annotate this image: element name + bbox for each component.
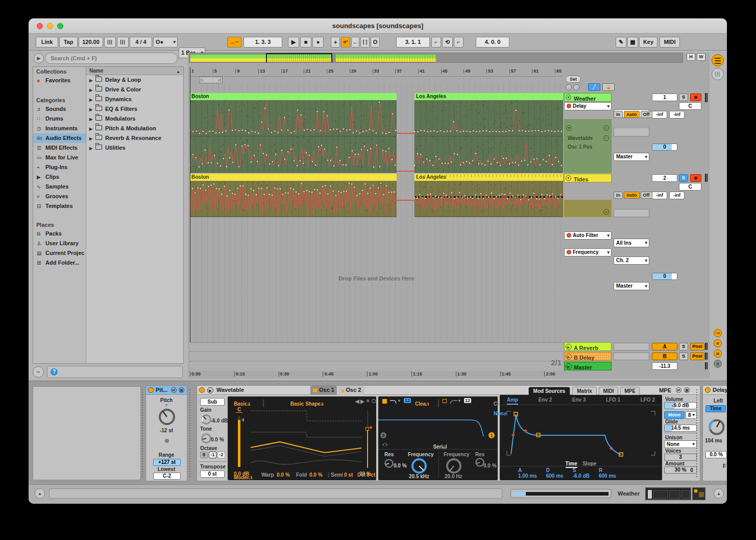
- slider-handle-icon[interactable]: [241, 418, 244, 422]
- monitor-off-button[interactable]: Off: [641, 111, 652, 118]
- session-view-toggle-icon[interactable]: [712, 54, 724, 66]
- fold-lane-icon[interactable]: ▼: [566, 125, 572, 131]
- filter2-slope-button[interactable]: 12: [464, 398, 471, 403]
- link-button[interactable]: Link: [36, 37, 58, 48]
- metronome-sound-button[interactable]: |||: [117, 37, 129, 48]
- expand-triangle-icon[interactable]: ▶: [89, 144, 95, 153]
- osc1-tab[interactable]: Osc 1: [310, 386, 337, 395]
- track-number[interactable]: 2: [652, 174, 677, 182]
- fold-device-icon[interactable]: ▶: [207, 387, 213, 393]
- punch-in-icon[interactable]: ⌐: [431, 37, 441, 48]
- help-icon[interactable]: ?: [51, 368, 58, 375]
- overview-viewport[interactable]: [266, 53, 332, 63]
- follow-button[interactable]: →··: [227, 37, 241, 48]
- groove-pool-icon[interactable]: ≈: [33, 366, 44, 378]
- browser-folder-row[interactable]: ▶Modulators: [86, 114, 183, 124]
- punch-out-icon[interactable]: ⌐: [454, 37, 464, 48]
- filter1-type-icon[interactable]: [389, 399, 398, 404]
- time-ruler[interactable]: 0:000:150:300:451:001:151:301:452:00: [190, 371, 593, 379]
- sidebar-category-item[interactable]: ☰MIDI Effects: [33, 143, 86, 153]
- output-chooser[interactable]: Master: [614, 153, 649, 161]
- adsr-param[interactable]: D 600 ms: [546, 467, 564, 479]
- sidebar-item-favorites[interactable]: ■Favorites: [33, 76, 86, 85]
- show-detail-icon[interactable]: ▲: [714, 488, 724, 499]
- monitor-in-button[interactable]: In: [614, 111, 623, 118]
- f1-res-knob[interactable]: [383, 458, 395, 469]
- input-type-chooser[interactable]: All Ins: [614, 239, 649, 247]
- expand-triangle-icon[interactable]: ▶: [89, 114, 95, 124]
- expand-triangle-icon[interactable]: ▶: [89, 95, 95, 105]
- range-field[interactable]: +127 st: [153, 459, 181, 466]
- beat-time-ruler[interactable]: 1591317212529333741454953576165: [190, 67, 563, 77]
- solo-button[interactable]: S: [679, 174, 688, 182]
- volume-field[interactable]: -9.0 dB: [664, 402, 697, 409]
- gain-value[interactable]: -6.0 dB: [211, 418, 228, 424]
- mono-poly-toggle[interactable]: Mono: [664, 411, 685, 419]
- capture-midi-button[interactable]: ＋: [331, 37, 340, 48]
- tap-tempo-button[interactable]: Tap: [59, 37, 78, 48]
- clip-title-bar[interactable]: Boston: [190, 174, 397, 181]
- return-track-b[interactable]: ▶ B Delay: [564, 352, 612, 361]
- sidebar-category-item[interactable]: ◷Instruments: [33, 124, 86, 133]
- prev-locator-icon[interactable]: ←: [566, 84, 572, 90]
- delay-titlebar[interactable]: Delay: [703, 386, 727, 395]
- unison-mode-menu[interactable]: None: [664, 440, 697, 448]
- filter-response-display[interactable]: [378, 407, 498, 439]
- sub-osc-button[interactable]: Sub: [200, 398, 225, 406]
- session-record-button[interactable]: [ ]: [360, 37, 370, 48]
- monitor-in-button[interactable]: In: [614, 192, 623, 199]
- filter1-toggle[interactable]: [382, 399, 387, 404]
- expand-triangle-icon[interactable]: ▶: [89, 124, 95, 134]
- glide-field[interactable]: 14.5 ms: [664, 425, 697, 432]
- remove-lane-icon[interactable]: −: [603, 135, 609, 141]
- sidebar-place-item[interactable]: ⊞Add Folder...: [33, 258, 86, 268]
- device-drag-handle[interactable]: [696, 388, 699, 477]
- loop-length-field[interactable]: 4. 0. 0: [476, 37, 509, 48]
- device-scroll-bar[interactable]: [510, 489, 612, 498]
- osc-level-slider[interactable]: [238, 416, 240, 467]
- automation-mode-button[interactable]: ╱: [588, 83, 600, 91]
- fold-track-icon[interactable]: ▼: [566, 175, 571, 181]
- loop-switch[interactable]: ⟲: [442, 37, 453, 48]
- track-header-weather[interactable]: ▼ Weather: [564, 93, 612, 102]
- volume-field[interactable]: 0: [652, 273, 677, 280]
- device-on-toggle[interactable]: [705, 387, 711, 393]
- expand-triangle-icon[interactable]: ▶: [89, 105, 95, 114]
- automation-device-chooser[interactable]: Delay: [564, 102, 612, 110]
- search-input[interactable]: [45, 53, 178, 64]
- monitor-auto-button[interactable]: Auto: [624, 111, 640, 118]
- arrangement-record-button[interactable]: ●: [312, 37, 324, 48]
- sidebar-category-item[interactable]: ⌁Plug-Ins: [33, 162, 86, 172]
- tab-matrix[interactable]: Matrix: [572, 387, 597, 395]
- device-drag-handle[interactable]: [142, 388, 145, 477]
- tab-mod-sources[interactable]: Mod Sources: [528, 387, 570, 395]
- delay-section-toggle[interactable]: D: [714, 360, 722, 368]
- time-signature-field[interactable]: 4 / 4: [130, 37, 152, 48]
- browser-folder-row[interactable]: ▶Pitch & Modulation: [86, 124, 183, 133]
- clip-width-button[interactable]: W: [697, 53, 705, 61]
- device-chain-overview[interactable]: [645, 487, 691, 500]
- delay-time-value[interactable]: 104 ms: [705, 438, 722, 443]
- clip-body-weather-la[interactable]: [414, 100, 563, 173]
- next-locator-icon[interactable]: →: [573, 84, 579, 90]
- clip-body-tides-la[interactable]: [414, 181, 563, 217]
- arm-button[interactable]: ◉: [690, 174, 701, 182]
- warp-value[interactable]: 0.0 %: [277, 472, 290, 478]
- track-scroll-strip[interactable]: [704, 93, 709, 379]
- filter2-badge[interactable]: 2: [380, 432, 386, 438]
- browser-list-header[interactable]: Name ▲: [86, 67, 183, 75]
- master-track[interactable]: ▶ Master: [564, 362, 612, 370]
- clip-height-button[interactable]: H: [687, 53, 695, 61]
- amp-envelope-display[interactable]: [503, 407, 659, 459]
- adsr-param[interactable]: R 600 ms: [599, 467, 616, 479]
- position-handle-icon[interactable]: [365, 427, 369, 431]
- returns-section-toggle[interactable]: R: [714, 339, 722, 347]
- clip-body-weather-boston[interactable]: [190, 100, 397, 173]
- transpose-field[interactable]: 0 st: [200, 471, 225, 478]
- browser-folder-row[interactable]: ▶Drive & Color: [86, 85, 183, 95]
- stop-button[interactable]: ■: [300, 37, 311, 48]
- tab-lfo1[interactable]: LFO 1: [606, 397, 620, 405]
- device-chain-overview-tail[interactable]: [692, 487, 705, 500]
- play-button[interactable]: ▶: [288, 37, 299, 48]
- filter1-circuit-menu[interactable]: Clean: [413, 401, 429, 407]
